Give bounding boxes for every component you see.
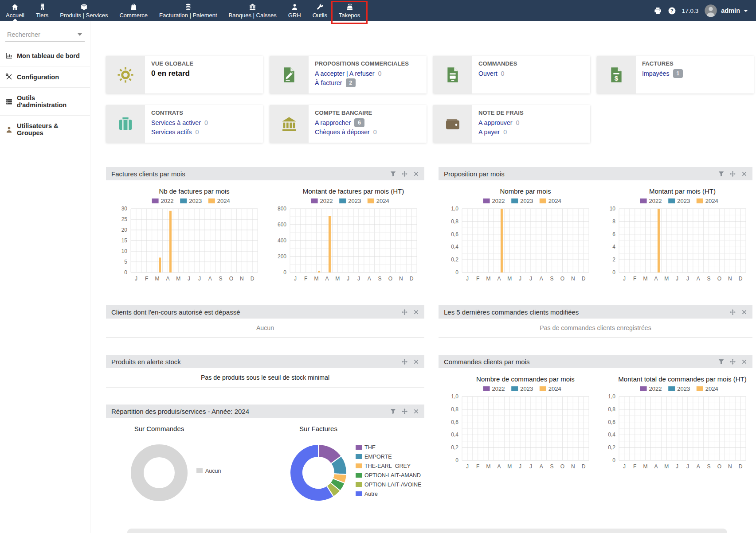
help-icon[interactable]: ? — [668, 7, 676, 15]
bank-icon — [270, 105, 309, 143]
svg-text:2022: 2022 — [492, 385, 505, 392]
svg-text:O: O — [560, 463, 564, 470]
nav-label: Takepos — [339, 12, 360, 19]
bar-chart-montant-commandes: Montant total de commandes par mois (HT)… — [599, 374, 749, 474]
svg-text:A: A — [208, 276, 212, 282]
nav-item-commerce[interactable]: Commerce — [114, 0, 153, 21]
nav-item-outils[interactable]: Outils — [307, 0, 333, 21]
svg-text:N: N — [728, 276, 732, 282]
widget-title: Commandes clients par mois — [444, 358, 529, 366]
badge: 6 — [354, 118, 364, 127]
move-icon[interactable] — [402, 409, 407, 414]
chevron-down-icon — [78, 33, 82, 36]
close-icon[interactable] — [413, 309, 419, 315]
nav-item-produits-services[interactable]: Produits | Services — [54, 0, 114, 21]
close-icon[interactable] — [413, 409, 419, 414]
svg-text:2023: 2023 — [189, 198, 202, 204]
nav-item-tiers[interactable]: Tiers — [30, 0, 54, 21]
partially-visible-element — [127, 529, 727, 533]
card-title: FACTURES — [642, 60, 748, 67]
print-icon[interactable] — [654, 7, 662, 15]
card-link[interactable]: Impayées — [642, 70, 670, 77]
svg-text:Nombre de commandes par mois: Nombre de commandes par mois — [476, 375, 575, 383]
svg-text:0: 0 — [612, 457, 615, 463]
move-icon[interactable] — [730, 171, 736, 177]
nav-item-banques-caisses[interactable]: Banques | Caisses — [223, 0, 282, 21]
svg-text:A: A — [654, 463, 658, 470]
svg-text:2024: 2024 — [548, 198, 561, 204]
sidebar-item-users-groups[interactable]: Utilisateurs & Groupes — [0, 115, 90, 143]
svg-text:1,0: 1,0 — [451, 206, 458, 212]
card-link[interactable]: A rapprocher — [315, 119, 351, 126]
filter-icon[interactable] — [390, 171, 396, 177]
svg-text:0,6: 0,6 — [451, 419, 458, 425]
card-link[interactable]: Chèques à déposer — [315, 128, 370, 136]
svg-text:15: 15 — [121, 237, 127, 244]
filter-icon[interactable] — [390, 409, 396, 414]
close-icon[interactable] — [741, 171, 747, 177]
move-icon[interactable] — [402, 309, 407, 315]
svg-text:D: D — [739, 276, 743, 282]
move-icon[interactable] — [730, 309, 736, 315]
svg-text:A: A — [367, 276, 371, 282]
card-link[interactable]: A approuver — [478, 119, 513, 126]
widget-clients-encours: Clients dont l'en-cours autorisé est dép… — [106, 305, 424, 338]
svg-text:8: 8 — [612, 218, 615, 225]
filter-icon[interactable] — [718, 359, 724, 365]
nav-label: Banques | Caisses — [229, 12, 277, 19]
close-icon[interactable] — [741, 309, 747, 315]
coins-icon — [184, 3, 192, 11]
close-icon[interactable] — [741, 359, 747, 365]
svg-text:A: A — [654, 276, 658, 282]
close-icon[interactable] — [413, 171, 419, 177]
svg-text:M: M — [155, 276, 159, 282]
svg-text:OPTION-LAIT-AMAND: OPTION-LAIT-AMAND — [364, 472, 421, 479]
widget-title: Produits en alerte stock — [111, 358, 181, 366]
svg-text:400: 400 — [277, 237, 286, 244]
filter-icon[interactable] — [718, 171, 724, 177]
svg-text:F: F — [304, 276, 307, 282]
sidebar-item-dashboard[interactable]: Mon tableau de bord — [0, 45, 90, 66]
card-link[interactable]: A accepter | A refuser — [315, 70, 375, 77]
move-icon[interactable] — [402, 171, 407, 177]
svg-text:2023: 2023 — [677, 198, 690, 204]
nav-label: Facturation | Paiement — [159, 12, 217, 19]
card-link[interactable]: Ouvert — [478, 70, 497, 77]
svg-text:J: J — [294, 276, 296, 282]
nav-item-facturation-paiement[interactable]: Facturation | Paiement — [153, 0, 223, 21]
nav-item-takepos[interactable]: Takepos — [333, 0, 366, 21]
user-menu[interactable]: admin — [704, 4, 748, 17]
move-icon[interactable] — [730, 359, 736, 365]
card-link[interactable]: Services à activer — [151, 119, 201, 126]
card-link[interactable]: A payer — [478, 128, 500, 136]
svg-text:A: A — [325, 276, 329, 282]
move-icon[interactable] — [402, 359, 407, 365]
svg-text:2023: 2023 — [520, 385, 533, 392]
suitcase-icon — [106, 105, 145, 143]
order-document-icon — [433, 56, 472, 93]
widget-title: Clients dont l'en-cours autorisé est dép… — [111, 308, 240, 316]
svg-text:?: ? — [670, 8, 674, 13]
svg-text:A: A — [697, 276, 700, 282]
svg-text:J: J — [676, 276, 678, 282]
card-link[interactable]: Services actifs — [151, 128, 192, 136]
sidebar-item-configuration[interactable]: Configuration — [0, 66, 90, 87]
donut-chart-sur-commandes: Sur CommandesAucun — [107, 424, 264, 514]
nav-item-accueil[interactable]: Accueil — [0, 0, 30, 21]
svg-text:J: J — [466, 463, 469, 470]
svg-text:30: 30 — [121, 206, 127, 212]
product-box-icon — [80, 3, 88, 11]
svg-text:2023: 2023 — [677, 385, 690, 392]
svg-text:N: N — [239, 276, 243, 282]
svg-text:M: M — [643, 276, 648, 282]
close-icon[interactable] — [413, 359, 419, 365]
search-input[interactable]: Rechercher — [5, 29, 85, 42]
user-icon — [5, 126, 13, 133]
svg-text:J: J — [198, 276, 200, 282]
server-icon — [5, 98, 13, 105]
card-link[interactable]: À facturer — [315, 79, 342, 86]
sidebar-item-admin-tools[interactable]: Outils d'administration — [0, 87, 90, 115]
nav-item-grh[interactable]: GRH — [282, 0, 307, 21]
svg-text:M: M — [507, 463, 512, 470]
version-label: 17.0.3 — [682, 8, 699, 14]
